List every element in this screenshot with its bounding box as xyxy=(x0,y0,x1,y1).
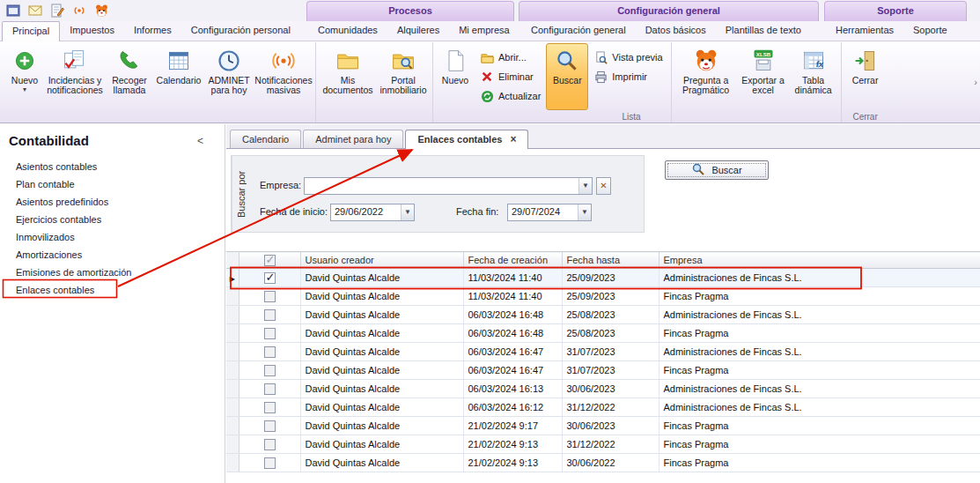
doc-tab-enlaces-contables[interactable]: Enlaces contables× xyxy=(405,130,528,149)
row-checkbox[interactable] xyxy=(264,272,276,284)
notificaciones-masivas-button[interactable]: Notificaciones masivas xyxy=(254,43,313,110)
cell-usuario[interactable]: David Quintas Alcalde xyxy=(300,343,463,361)
pregunta-pragmatico-button[interactable]: Pregunta a Pragmático xyxy=(674,43,738,110)
tabla-dinamica-button[interactable]: fx Tabla dinámica xyxy=(789,43,838,110)
fecha-inicio-datepicker[interactable]: 29/06/2022 ▼ xyxy=(330,204,415,221)
vista-previa-button[interactable]: Vista previa xyxy=(590,49,666,65)
cell-creacion[interactable]: 06/03/2024 16:48 xyxy=(463,324,562,343)
row-checkbox[interactable] xyxy=(264,439,276,450)
nuevo-button[interactable]: Nuevo xyxy=(436,43,475,110)
cell-usuario[interactable]: David Quintas Alcalde xyxy=(300,435,463,454)
cell-empresa[interactable]: Fincas Pragma xyxy=(659,417,980,435)
cell-hasta[interactable]: 25/08/2023 xyxy=(562,306,659,324)
cell-creacion[interactable]: 11/03/2024 11:40 xyxy=(463,287,562,306)
cell-usuario[interactable]: David Quintas Alcalde xyxy=(300,398,463,417)
cell-creacion[interactable]: 11/03/2024 11:40 xyxy=(463,269,562,287)
tab-herramientas[interactable]: Herramientas xyxy=(826,21,903,41)
table-row[interactable]: David Quintas Alcalde 06/03/2024 16:13 3… xyxy=(226,380,980,398)
column-header-empresa[interactable]: Empresa xyxy=(659,252,980,269)
imprimir-button[interactable]: Imprimir xyxy=(590,69,666,85)
column-header-usuario[interactable]: Usuario creador xyxy=(300,252,463,269)
sidebar-item-asientos-predefinidos[interactable]: Asientos predefinidos xyxy=(0,193,225,211)
cell-empresa[interactable]: Administraciones de Fincas S.L. xyxy=(659,380,980,398)
table-row[interactable]: David Quintas Alcalde 21/02/2024 9:13 30… xyxy=(226,454,980,472)
cell-creacion[interactable]: 21/02/2024 9:13 xyxy=(463,454,562,472)
row-checkbox[interactable] xyxy=(264,365,276,376)
exportar-excel-button[interactable]: XLSB Exportar a excel xyxy=(738,43,789,110)
tab-configuracion-personal[interactable]: Configuración personal xyxy=(181,21,300,41)
buscar-ribbon-button[interactable]: Buscar xyxy=(546,43,588,110)
cell-hasta[interactable]: 31/12/2022 xyxy=(562,398,659,417)
portal-inmobiliario-button[interactable]: Portal inmobiliario xyxy=(377,43,430,110)
cell-hasta[interactable]: 30/06/2022 xyxy=(562,454,659,472)
clear-empresa-icon[interactable]: ✕ xyxy=(596,177,611,195)
cell-creacion[interactable]: 06/03/2024 16:47 xyxy=(463,361,562,380)
sidebar-item-emisiones-amortizacion[interactable]: Emisiones de amortización xyxy=(0,264,225,281)
empresa-combobox[interactable]: ▼ xyxy=(304,177,593,195)
close-tab-icon[interactable]: × xyxy=(510,133,516,145)
mail-icon[interactable] xyxy=(27,3,43,19)
table-row[interactable]: David Quintas Alcalde 06/03/2024 16:47 3… xyxy=(226,361,980,380)
tab-principal[interactable]: Principal xyxy=(2,21,60,42)
cell-creacion[interactable]: 06/03/2024 16:47 xyxy=(463,343,562,361)
table-row[interactable]: David Quintas Alcalde 21/02/2024 9:17 30… xyxy=(226,417,980,435)
eliminar-button[interactable]: Eliminar xyxy=(476,69,544,85)
sidebar-item-inmovilizados[interactable]: Inmovilizados xyxy=(0,228,225,246)
cell-empresa[interactable]: Fincas Pragma xyxy=(659,454,980,472)
cell-creacion[interactable]: 06/03/2024 16:13 xyxy=(463,380,562,398)
cell-hasta[interactable]: 31/12/2022 xyxy=(562,435,659,454)
tab-soporte[interactable]: Soporte xyxy=(903,21,957,41)
doc-tab-adminet-para-hoy[interactable]: Adminet para hoy xyxy=(303,130,403,148)
sidebar-item-ejercicios-contables[interactable]: Ejercicios contables xyxy=(0,211,225,228)
row-checkbox[interactable] xyxy=(264,309,276,321)
fecha-fin-datepicker[interactable]: 29/07/2024 ▼ xyxy=(507,204,592,221)
cell-hasta[interactable]: 25/09/2023 xyxy=(562,287,659,306)
abrir-button[interactable]: Abrir... xyxy=(476,49,544,65)
cell-usuario[interactable]: David Quintas Alcalde xyxy=(300,380,463,398)
table-row[interactable]: ▶ David Quintas Alcalde 11/03/2024 11:40… xyxy=(226,269,980,287)
cell-empresa[interactable]: Fincas Pragma xyxy=(659,324,980,343)
table-row[interactable]: David Quintas Alcalde 21/02/2024 9:13 31… xyxy=(226,435,980,454)
sidebar-item-amortizaciones[interactable]: Amortizaciones xyxy=(0,246,225,264)
cell-creacion[interactable]: 21/02/2024 9:17 xyxy=(463,417,562,435)
cell-empresa[interactable]: Administraciones de Fincas S.L. xyxy=(659,306,980,324)
cell-hasta[interactable]: 25/09/2023 xyxy=(562,269,659,287)
dropdown-arrow-icon[interactable]: ▼ xyxy=(401,204,414,220)
row-checkbox[interactable] xyxy=(264,383,276,395)
cell-usuario[interactable]: David Quintas Alcalde xyxy=(300,269,463,287)
cell-hasta[interactable]: 30/06/2023 xyxy=(562,417,659,435)
table-row[interactable]: David Quintas Alcalde 06/03/2024 16:47 3… xyxy=(226,343,980,361)
sidebar-item-plan-contable[interactable]: Plan contable xyxy=(0,175,225,193)
row-checkbox[interactable] xyxy=(264,402,276,413)
adminet-hoy-button[interactable]: ADMINET para hoy xyxy=(203,43,254,110)
dropdown-arrow-icon[interactable]: ▼ xyxy=(578,204,591,220)
cell-usuario[interactable]: David Quintas Alcalde xyxy=(300,324,463,343)
mis-documentos-button[interactable]: Mis documentos xyxy=(319,43,377,110)
broadcast-icon[interactable] xyxy=(71,3,87,19)
tab-comunidades[interactable]: Comunidades xyxy=(308,21,387,41)
cell-hasta[interactable]: 31/07/2023 xyxy=(562,361,659,380)
table-row[interactable]: David Quintas Alcalde 11/03/2024 11:40 2… xyxy=(226,287,980,306)
cell-usuario[interactable]: David Quintas Alcalde xyxy=(300,417,463,435)
cell-empresa[interactable]: Administraciones de Fincas S.L. xyxy=(659,343,980,361)
row-checkbox[interactable] xyxy=(264,346,276,358)
cell-creacion[interactable]: 06/03/2024 16:12 xyxy=(463,398,562,417)
row-checkbox[interactable] xyxy=(264,328,276,339)
edit-page-icon[interactable] xyxy=(49,3,65,19)
cell-empresa[interactable]: Administraciones de Fincas S.L. xyxy=(659,398,980,417)
tab-mi-empresa[interactable]: Mi empresa xyxy=(449,21,519,41)
cell-empresa[interactable]: Fincas Pragma xyxy=(659,435,980,454)
cell-hasta[interactable]: 25/08/2023 xyxy=(562,324,659,343)
dropdown-arrow-icon[interactable]: ▼ xyxy=(578,178,592,194)
select-all-checkbox[interactable] xyxy=(264,255,276,266)
sidebar-collapse-icon[interactable]: < xyxy=(197,135,203,147)
table-row[interactable]: David Quintas Alcalde 06/03/2024 16:12 3… xyxy=(226,398,980,417)
actualizar-button[interactable]: Actualizar xyxy=(476,88,544,104)
row-checkbox[interactable] xyxy=(264,457,276,469)
buscar-button[interactable]: Buscar xyxy=(665,160,769,180)
cell-hasta[interactable]: 31/07/2023 xyxy=(562,343,659,361)
column-header-hasta[interactable]: Fecha hasta xyxy=(562,252,659,269)
cell-usuario[interactable]: David Quintas Alcalde xyxy=(300,454,463,472)
mascot-icon[interactable] xyxy=(93,3,109,19)
cell-empresa[interactable]: Administraciones de Fincas S.L. xyxy=(659,269,980,287)
